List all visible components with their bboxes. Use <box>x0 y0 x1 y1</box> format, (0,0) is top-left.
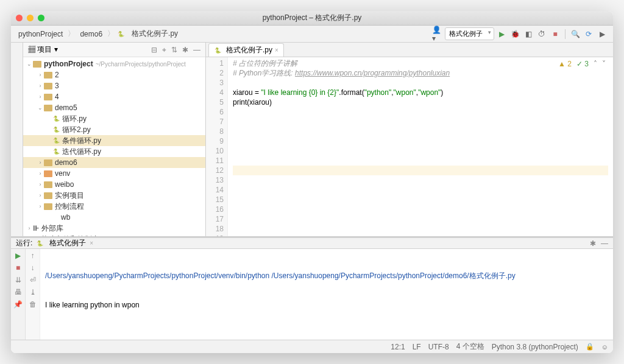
hide-icon[interactable]: — <box>193 46 200 54</box>
stop-button[interactable]: ■ <box>550 29 561 40</box>
run-config-select[interactable]: 格式化例子 <box>445 27 494 40</box>
run-button[interactable]: ▶ <box>496 29 507 40</box>
trash-icon[interactable]: 🗑 <box>29 300 37 309</box>
run-label: 运行: <box>16 238 32 248</box>
tree-item[interactable]: 🐍迭代循环.py <box>23 146 205 157</box>
run-tab[interactable]: 格式化例子 <box>49 238 86 248</box>
chevron-down-icon[interactable]: ˅ <box>602 60 606 68</box>
run-header: 运行: 🐍 格式化例子 × ✱ — <box>11 238 613 249</box>
chevron-icon: 〉 <box>107 29 115 39</box>
sidebar-header: ▦ 项目 ▾ ⊟ ⌖ ⇅ ✱ — <box>23 43 205 57</box>
tab-label: 格式化例子.py <box>226 45 272 55</box>
down-icon[interactable]: ↓ <box>31 264 35 272</box>
stdout-line: I like learning python in wpon <box>45 300 608 310</box>
warnings-badge[interactable]: ▲ 2 <box>558 60 572 68</box>
breadcrumb-item[interactable]: demo6 <box>77 29 105 40</box>
project-tree[interactable]: ⌄pythonProject~/PycharmProjects/pythonPr… <box>23 57 205 236</box>
layout-icon[interactable]: ⇊ <box>15 276 21 284</box>
tree-item[interactable]: 🐍条件循环.py <box>23 135 205 146</box>
lock-icon[interactable]: 🔒 <box>586 343 594 351</box>
line-gutter: 12345678910111213141516171819 <box>206 57 228 236</box>
file-encoding[interactable]: UTF-8 <box>428 343 449 351</box>
python-icon: 🐍 <box>36 240 43 247</box>
ide-window: pythonProject – 格式化例子.py pythonProject 〉… <box>11 11 613 353</box>
expand-icon[interactable]: ⇅ <box>171 46 177 54</box>
editor-area: 🐍 格式化例子.py × 123456789101112131415161718… <box>206 43 613 236</box>
close-icon[interactable] <box>16 15 23 21</box>
profile-button[interactable]: ⏱ <box>536 29 547 40</box>
python-icon: 🐍 <box>214 47 221 54</box>
minimize-icon[interactable] <box>27 15 34 21</box>
project-sidebar: ▦ 项目 ▾ ⊟ ⌖ ⇅ ✱ — ⌄pythonProject~/Pycharm… <box>23 43 206 236</box>
gear-icon[interactable]: ✱ <box>590 239 596 248</box>
titlebar: pythonProject – 格式化例子.py <box>11 11 613 26</box>
status-bar: 12:1 LF UTF-8 4 个空格 Python 3.8 (pythonPr… <box>11 340 613 353</box>
run-actions-gutter: ▶ ■ ⇊ 🖶 📌 <box>11 249 26 353</box>
chevron-up-icon[interactable]: ˄ <box>594 60 597 68</box>
tree-item[interactable]: ›控制流程 <box>23 201 205 212</box>
pin-icon[interactable]: 📌 <box>13 300 23 309</box>
interpreter[interactable]: Python 3.8 (pythonProject) <box>492 343 578 351</box>
hide-icon[interactable]: — <box>601 239 608 248</box>
tree-root[interactable]: ⌄pythonProject~/PycharmProjects/pythonPr… <box>23 58 205 69</box>
user-icon[interactable]: 👤▾ <box>432 29 443 40</box>
select-opened-icon[interactable]: ⌖ <box>162 46 166 54</box>
wrap-icon[interactable]: ⏎ <box>30 276 36 284</box>
window-controls <box>16 15 44 21</box>
search-icon[interactable]: 🔍 <box>570 29 581 40</box>
breadcrumb-item[interactable]: 格式化例子.py <box>129 27 180 40</box>
console-output[interactable]: /Users/yanshuopeng/PycharmProjects/pytho… <box>40 249 613 353</box>
maximize-icon[interactable] <box>38 15 44 21</box>
stop-icon[interactable]: ■ <box>16 264 20 272</box>
tree-item[interactable]: ⌄demo5 <box>23 102 205 113</box>
print-icon[interactable]: 🖶 <box>15 288 22 296</box>
checks-badge[interactable]: ✓ 3 <box>576 60 589 68</box>
inspector-icon[interactable]: ☺ <box>601 343 608 351</box>
tree-item[interactable]: ›3 <box>23 80 205 91</box>
console-actions-gutter: ↑ ↓ ⏎ ⤓ 🗑 <box>26 249 40 353</box>
caret-position[interactable]: 12:1 <box>391 343 405 351</box>
code-content[interactable]: # 占位符的例子讲解# Python学习路线: https://www.wpon… <box>228 57 613 236</box>
tree-item[interactable]: ›4 <box>23 91 205 102</box>
chevron-icon: 〉 <box>68 29 75 39</box>
tree-item[interactable]: ›demo6 <box>23 157 205 168</box>
close-run-tab-icon[interactable]: × <box>90 240 93 247</box>
tree-external-libs[interactable]: ›⊪外部库 <box>23 223 205 234</box>
left-tool-stripe[interactable] <box>11 43 23 236</box>
run-tool-window: 运行: 🐍 格式化例子 × ✱ — ▶ ■ ⇊ 🖶 📌 ↑ ↓ ⏎ ⤓ 🗑 <box>11 236 613 340</box>
command-path: /Users/yanshuopeng/PycharmProjects/pytho… <box>45 271 608 281</box>
rerun-icon[interactable]: ▶ <box>15 251 21 260</box>
indent-setting[interactable]: 4 个空格 <box>456 341 484 352</box>
collapse-icon[interactable]: ⊟ <box>151 46 157 54</box>
settings-icon[interactable]: ✱ <box>182 46 188 54</box>
close-tab-icon[interactable]: × <box>275 47 278 54</box>
tree-item[interactable]: 🐍循环.py <box>23 113 205 124</box>
editor-inspections[interactable]: ▲ 2 ✓ 3 ˄ ˅ <box>558 60 606 68</box>
line-separator[interactable]: LF <box>413 343 421 351</box>
tree-item[interactable]: ›venv <box>23 168 205 179</box>
up-icon[interactable]: ↑ <box>31 251 35 260</box>
tree-item[interactable]: wb <box>23 212 205 223</box>
tree-item[interactable]: ›weibo <box>23 179 205 190</box>
editor-tab[interactable]: 🐍 格式化例子.py × <box>208 43 284 57</box>
scroll-icon[interactable]: ⤓ <box>30 288 36 296</box>
window-title: pythonProject – 格式化例子.py <box>11 13 613 23</box>
breadcrumb[interactable]: pythonProject 〉 demo6 〉 🐍 格式化例子.py <box>16 27 430 40</box>
debug-button[interactable]: 🐞 <box>509 29 520 40</box>
python-icon: 🐍 <box>117 30 124 38</box>
coverage-button[interactable]: ◧ <box>523 29 534 40</box>
ide-menu-icon[interactable]: ▶ <box>597 29 608 40</box>
tree-item[interactable]: ›2 <box>23 69 205 80</box>
tree-item[interactable]: ›实例项目 <box>23 190 205 201</box>
main-toolbar: pythonProject 〉 demo6 〉 🐍 格式化例子.py 👤▾ 格式… <box>11 26 613 43</box>
sync-icon[interactable]: ⟳ <box>583 29 594 40</box>
breadcrumb-item[interactable]: pythonProject <box>16 29 65 40</box>
project-combo[interactable]: ▦ 项目 ▾ <box>28 44 58 55</box>
code-editor[interactable]: 12345678910111213141516171819 # 占位符的例子讲解… <box>206 57 613 236</box>
tree-item[interactable]: 🐍循环2.py <box>23 124 205 135</box>
editor-tabs: 🐍 格式化例子.py × <box>206 43 613 57</box>
